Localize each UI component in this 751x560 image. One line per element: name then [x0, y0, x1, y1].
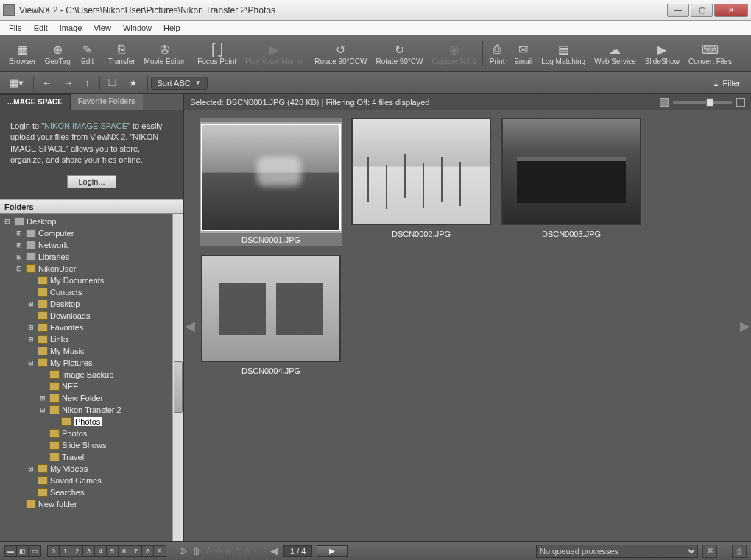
thumbnail-dscn0003-jpg[interactable]: DSCN0003.JPG — [501, 118, 642, 246]
view-mode-1[interactable]: ▬ — [5, 546, 17, 556]
thumbnail-dscn0002-jpg[interactable]: DSCN0002.JPG — [350, 118, 492, 246]
star-2[interactable]: ☆ — [214, 545, 223, 556]
tree-node-downloads[interactable]: Downloads — [3, 310, 183, 322]
menu-file[interactable]: File — [3, 22, 28, 34]
toolbar-focus-point[interactable]: ⎡⎦Focus Point — [193, 40, 241, 67]
tree-node-links[interactable]: ⊞Links — [3, 333, 183, 345]
tree-node-favorites[interactable]: ⊞Favorites — [3, 322, 183, 333]
view-mode-switcher[interactable]: ▬ ◧ ▭ — [4, 545, 41, 557]
expand-icon[interactable]: ⊞ — [27, 465, 35, 472]
toolbar-print[interactable]: ⎙Print — [484, 40, 510, 67]
tree-node-nikon-transfer-2[interactable]: ⊟Nikon Transfer 2 — [3, 404, 183, 416]
tree-scrollbar-thumb[interactable] — [174, 361, 183, 413]
toolbar-log-matching[interactable]: ▤Log Matching — [537, 40, 590, 67]
zoom-slider[interactable] — [673, 101, 732, 104]
expand-icon[interactable]: ⊞ — [15, 253, 24, 260]
view-mode-2[interactable]: ◧ — [17, 546, 29, 556]
up-button[interactable]: ↑ — [80, 75, 95, 91]
toolbar-web-service[interactable]: ☁Web Service — [590, 40, 641, 67]
label-num-1[interactable]: 1 — [60, 546, 71, 556]
star-3[interactable]: ☆ — [224, 545, 233, 556]
tree-node-travel[interactable]: Travel — [3, 451, 183, 463]
tree-node-photos[interactable]: Photos — [3, 428, 183, 439]
toolbar-rotate-90-cw[interactable]: ↻Rotate 90°CW — [372, 40, 428, 67]
tree-node-network[interactable]: ⊞Network — [3, 239, 183, 251]
close-button[interactable]: ✕ — [714, 4, 748, 17]
tree-node-libraries[interactable]: ⊞Libraries — [3, 251, 183, 263]
label-num-8[interactable]: 8 — [142, 546, 154, 556]
label-num-5[interactable]: 5 — [107, 546, 119, 556]
toolbar-email[interactable]: ✉Email — [510, 40, 537, 67]
expand-icon[interactable]: ⊞ — [15, 241, 24, 249]
star-1[interactable]: ☆ — [205, 545, 214, 556]
label-num-4[interactable]: 4 — [95, 546, 107, 556]
menu-view[interactable]: View — [88, 22, 117, 34]
tab-favorite-folders[interactable]: Favorite Folders — [71, 94, 143, 110]
menu-window[interactable]: Window — [117, 22, 158, 34]
expand-icon[interactable]: ⊞ — [27, 300, 35, 308]
nis-link[interactable]: NIKON IMAGE SPACE — [44, 121, 127, 130]
no-label-icon[interactable]: ⊘ — [177, 545, 188, 557]
tree-node-new-folder[interactable]: ⊞New Folder — [3, 392, 183, 404]
trash-star-icon[interactable]: 🗑 — [191, 545, 202, 557]
minimize-button[interactable]: — — [667, 4, 689, 17]
prev-page-arrow[interactable]: ◀ — [184, 110, 196, 541]
play-button[interactable]: ▶ — [317, 545, 348, 557]
toolbar-geotag[interactable]: ⊕GeoTag — [40, 40, 75, 67]
toolbar-rotate-90-ccw[interactable]: ↺Rotate 90°CCW — [310, 40, 371, 67]
expand-icon[interactable]: ⊞ — [27, 324, 35, 331]
label-num-3[interactable]: 3 — [83, 546, 95, 556]
login-button[interactable]: Login... — [67, 175, 116, 188]
menu-help[interactable]: Help — [158, 22, 186, 34]
label-num-7[interactable]: 7 — [130, 546, 142, 556]
folder-tree[interactable]: ⊟Desktop⊞Computer⊞Network⊞Libraries⊟Niko… — [0, 214, 183, 541]
expand-icon[interactable]: ⊞ — [38, 394, 47, 402]
tree-node-desktop[interactable]: ⊞Desktop — [3, 298, 183, 310]
pager-prev[interactable]: ◀ — [269, 545, 279, 556]
thumbnail-dscn0001-jpg[interactable]: DSCN0001.JPG — [200, 118, 342, 246]
toolbar-movie-editor[interactable]: ✇Movie Editor — [140, 40, 190, 67]
tree-node-nikonuser[interactable]: ⊟NikonUser — [3, 263, 183, 274]
star-4[interactable]: ☆ — [233, 545, 242, 556]
tree-node-my-videos[interactable]: ⊞My Videos — [3, 463, 183, 475]
expand-icon[interactable]: ⊟ — [27, 359, 35, 366]
sort-dropdown[interactable]: Sort ABC ▼ — [151, 77, 208, 90]
tree-node-contacts[interactable]: Contacts — [3, 286, 183, 298]
tree-node-my-pictures[interactable]: ⊟My Pictures — [3, 357, 183, 369]
expand-icon[interactable]: ⊟ — [38, 406, 47, 414]
label-num-0[interactable]: 0 — [48, 546, 60, 556]
tree-node-photos[interactable]: Photos — [3, 416, 183, 428]
toolbar-edit[interactable]: ✎Edit — [75, 40, 100, 67]
toolbar-browser[interactable]: ▦Browser — [4, 40, 40, 67]
tree-node-computer[interactable]: ⊞Computer — [3, 227, 183, 239]
zoom-large-icon[interactable] — [736, 98, 745, 107]
view-mode-3[interactable]: ▭ — [29, 546, 40, 556]
copy-button[interactable]: ❐ — [103, 75, 122, 91]
label-num-2[interactable]: 2 — [71, 546, 83, 556]
queue-dropdown[interactable]: No queued processes — [536, 545, 698, 558]
tree-scrollbar[interactable] — [172, 214, 183, 541]
menu-edit[interactable]: Edit — [28, 22, 54, 34]
toolbar-convert-files[interactable]: ⌨Convert Files — [684, 40, 736, 67]
expand-icon[interactable]: ⊞ — [15, 230, 24, 237]
tree-node-desktop[interactable]: ⊟Desktop — [3, 216, 183, 227]
tree-node-my-music[interactable]: My Music — [3, 345, 183, 357]
expand-icon[interactable]: ⊟ — [15, 265, 24, 272]
next-page-arrow[interactable]: ▶ — [739, 110, 751, 541]
tree-node-image-backup[interactable]: Image Backup — [3, 369, 183, 380]
toolbar-transfer[interactable]: ⎘Transfer — [104, 40, 140, 67]
queue-cancel-button[interactable]: ✖ — [702, 545, 717, 558]
tree-node-nef[interactable]: NEF — [3, 380, 183, 392]
label-num-6[interactable]: 6 — [119, 546, 130, 556]
filter-button[interactable]: ⤓ Filter — [706, 76, 747, 90]
tree-node-new-folder[interactable]: New folder — [3, 498, 183, 510]
label-num-9[interactable]: 9 — [154, 546, 166, 556]
zoom-slider-thumb[interactable] — [706, 98, 713, 107]
tree-node-searches[interactable]: Searches — [3, 486, 183, 498]
queue-trash-button[interactable]: 🗑 — [732, 545, 747, 558]
tree-node-slide-shows[interactable]: Slide Shows — [3, 439, 183, 451]
thumbnail-dscn0004-jpg[interactable]: DSCN0004.JPG — [200, 255, 342, 375]
expand-icon[interactable]: ⊟ — [3, 218, 12, 225]
expand-icon[interactable]: ⊞ — [27, 336, 35, 343]
menu-image[interactable]: Image — [54, 22, 88, 34]
